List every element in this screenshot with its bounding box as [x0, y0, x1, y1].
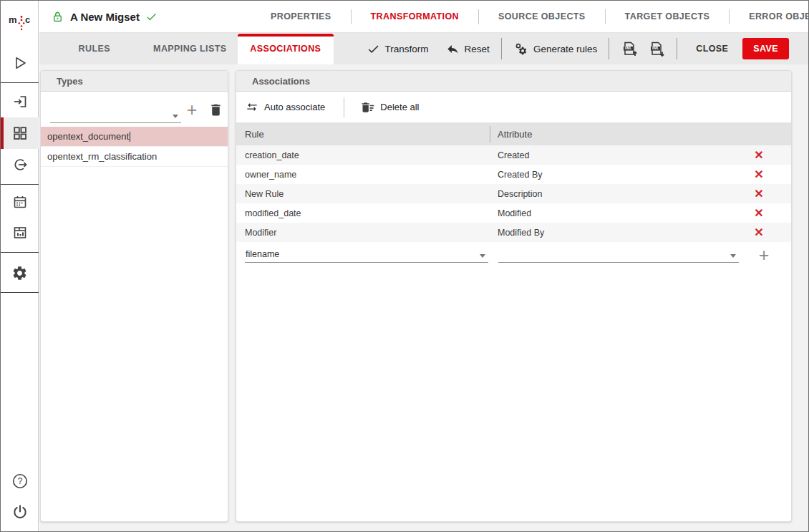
svg-text:?: ?	[17, 476, 22, 486]
remove-association-button[interactable]: ✕	[754, 188, 763, 200]
column-header-attribute: Attribute	[490, 129, 791, 140]
play-icon	[11, 54, 29, 72]
types-panel-title: Types	[57, 76, 83, 87]
title-bar: A New Migset PROPERTIES TRANSFORMATION S…	[39, 1, 808, 33]
associations-panel-title: Associations	[252, 76, 310, 87]
column-header-rule: Rule	[236, 129, 490, 140]
run-migration-button[interactable]	[1, 47, 39, 79]
compare-arrows-icon	[245, 100, 259, 115]
tab-mapping-lists[interactable]: MAPPING LISTS	[142, 33, 238, 64]
power-icon	[11, 503, 29, 521]
import-xml-button[interactable]: XML	[621, 40, 638, 57]
sidebar-item-settings[interactable]	[1, 257, 39, 289]
tab-associations[interactable]: ASSOCIATIONS	[238, 33, 334, 64]
generate-rules-button[interactable]: Generate rules	[513, 42, 597, 57]
help-icon: ?	[11, 472, 29, 490]
rule-cell: Modifier	[236, 228, 490, 238]
help-button[interactable]: ?	[1, 465, 39, 497]
tab-error-objects[interactable]: ERROR OBJECTS	[730, 11, 809, 21]
text-cursor	[130, 132, 130, 142]
ribbon-divider	[609, 38, 609, 59]
new-rule-select[interactable]: filename	[245, 247, 488, 263]
migset-name: A New Migset	[70, 11, 140, 23]
calendar-icon	[11, 193, 29, 211]
types-panel: Types + opentext_document	[40, 70, 228, 522]
sidebar: m c	[1, 1, 39, 531]
top-tab-bar: PROPERTIES TRANSFORMATION SOURCE OBJECTS…	[251, 1, 809, 32]
ribbon-divider	[501, 38, 502, 59]
association-row: New Rule Description ✕	[236, 184, 791, 203]
migset-title-group: A New Migset	[39, 10, 251, 24]
new-attribute-select[interactable]	[498, 247, 739, 263]
delete-all-label: Delete all	[380, 102, 419, 112]
auto-associate-label: Auto associate	[264, 102, 325, 112]
check-icon	[367, 42, 380, 56]
tab-target-objects[interactable]: TARGET OBJECTS	[606, 11, 730, 21]
main-area: A New Migset PROPERTIES TRANSFORMATION S…	[39, 1, 808, 531]
logout-button[interactable]	[1, 496, 39, 528]
svg-text:XML: XML	[625, 47, 632, 50]
save-button[interactable]: SAVE	[742, 38, 789, 59]
remove-association-button[interactable]: ✕	[754, 150, 763, 161]
attribute-cell: Modified By	[490, 228, 727, 238]
grid-icon	[11, 125, 29, 142]
chevron-down-icon	[480, 254, 485, 258]
auto-associate-button[interactable]: Auto associate	[245, 100, 325, 115]
export-icon	[11, 156, 29, 173]
svg-text:m: m	[9, 14, 17, 25]
transformation-ribbon: RULES MAPPING LISTS ASSOCIATIONS Transfo…	[39, 33, 808, 64]
reset-button[interactable]: Reset	[446, 42, 490, 56]
ribbon-actions: Transform Reset	[367, 38, 808, 59]
associations-table-body: creation_date Created ✕ owner_name Creat…	[236, 145, 791, 242]
associations-panel: Associations Auto associate	[236, 70, 792, 522]
sidebar-item-scheduler[interactable]	[1, 186, 39, 218]
tab-source-objects[interactable]: SOURCE OBJECTS	[479, 11, 605, 21]
svg-text:c: c	[25, 14, 30, 25]
remove-association-button[interactable]: ✕	[754, 208, 763, 219]
export-xml-button[interactable]: XML	[648, 40, 665, 57]
trash-icon	[208, 102, 223, 117]
content-area: Types + opentext_document	[39, 64, 808, 531]
gear-icon	[11, 265, 28, 281]
attribute-cell: Created	[490, 150, 727, 160]
delete-all-button[interactable]: Delete all	[361, 100, 419, 115]
type-list-item[interactable]: opentext_document	[41, 127, 228, 147]
remove-association-button[interactable]: ✕	[754, 227, 763, 238]
transform-label: Transform	[385, 44, 429, 54]
associations-panel-header: Associations	[236, 71, 791, 92]
sidebar-divider	[1, 82, 39, 83]
close-button[interactable]: CLOSE	[689, 38, 735, 59]
generate-rules-label: Generate rules	[533, 44, 597, 54]
types-panel-header: Types	[41, 71, 228, 92]
svg-text:XML: XML	[652, 47, 659, 50]
type-select[interactable]	[50, 107, 181, 123]
delete-type-button[interactable]	[208, 102, 223, 117]
tab-transformation[interactable]: TRANSFORMATION	[352, 11, 478, 21]
sidebar-item-reports[interactable]	[1, 217, 39, 248]
lock-icon	[51, 10, 64, 24]
app-window: m c	[0, 0, 809, 532]
transform-button[interactable]: Transform	[367, 42, 429, 56]
type-name: opentext_rm_classification	[47, 151, 157, 162]
sidebar-item-import[interactable]	[1, 86, 39, 117]
add-association-button[interactable]: +	[755, 246, 773, 264]
tab-rules[interactable]: RULES	[47, 33, 142, 64]
type-list-item[interactable]: opentext_rm_classification	[41, 147, 228, 167]
undo-arrow-icon	[446, 42, 460, 56]
chevron-down-icon	[173, 115, 178, 118]
sidebar-item-migsets[interactable]	[1, 117, 39, 149]
attribute-cell: Created By	[490, 170, 727, 180]
remove-association-button[interactable]: ✕	[754, 169, 763, 180]
add-type-button[interactable]: +	[183, 101, 201, 119]
sidebar-item-export[interactable]	[1, 149, 39, 180]
gears-icon	[513, 42, 528, 57]
rule-cell: modified_date	[236, 208, 490, 218]
reset-label: Reset	[465, 44, 490, 54]
migration-center-logo-icon: m c	[7, 10, 33, 34]
association-row: owner_name Created By ✕	[236, 165, 791, 184]
tab-properties[interactable]: PROPERTIES	[251, 11, 351, 21]
new-rule-value: filename	[246, 249, 279, 259]
rule-cell: New Rule	[236, 189, 490, 199]
attribute-cell: Description	[490, 189, 727, 199]
check-icon	[145, 11, 158, 23]
